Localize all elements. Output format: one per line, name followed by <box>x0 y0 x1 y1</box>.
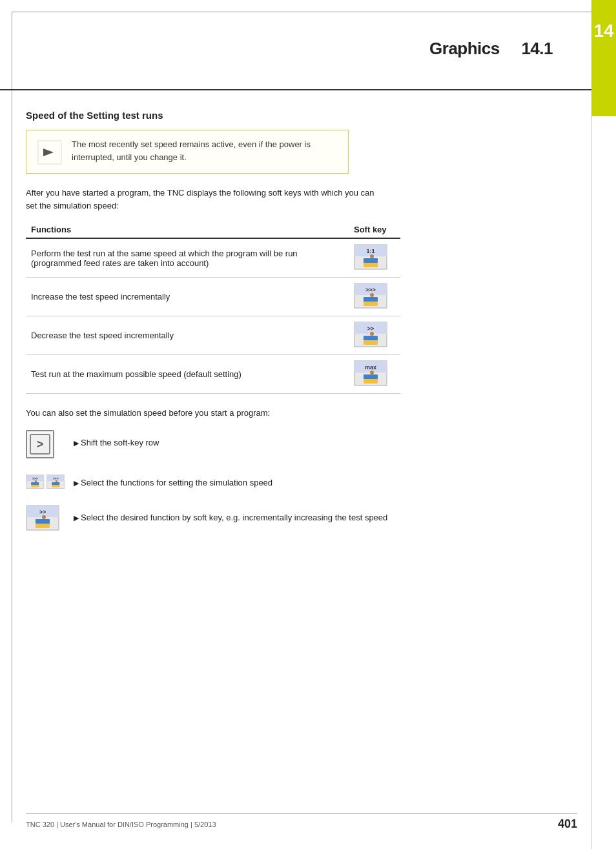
svg-text:>>: >> <box>39 509 46 515</box>
svg-point-7 <box>370 254 374 258</box>
table-row: Perform the test run at the same speed a… <box>26 238 400 278</box>
svg-text:>>>: >>> <box>52 477 58 480</box>
step1-icon-area: > <box>26 430 65 458</box>
row3-description: Decrease the test speed incrementally <box>26 316 349 355</box>
step-row-3: >> Select the desired function by soft k… <box>26 505 577 533</box>
header-title: Graphics 14.1 <box>429 39 553 59</box>
svg-rect-44 <box>36 519 50 524</box>
svg-text:>>>: >>> <box>365 287 376 293</box>
step3-icon-area: >> <box>26 505 65 533</box>
svg-rect-18 <box>364 336 378 340</box>
row2-description: Increase the test speed incrementally <box>26 278 349 316</box>
header-section-number: 14.1 <box>521 39 553 58</box>
svg-rect-6 <box>364 258 378 263</box>
row4-softkey: max <box>349 355 400 394</box>
step-row-2: >>> >>> Select the f <box>26 470 577 493</box>
step2-icon-area: >>> >>> <box>26 470 65 493</box>
svg-text:max: max <box>365 364 376 371</box>
svg-point-25 <box>370 371 374 374</box>
svg-text:>: > <box>37 438 44 451</box>
softkey-1-1-icon: 1:1 <box>354 244 387 270</box>
row2-softkey: >>> <box>349 278 400 316</box>
svg-rect-12 <box>364 297 378 302</box>
row1-softkey: 1:1 <box>349 238 400 278</box>
row3-softkey: >> <box>349 316 400 355</box>
svg-text:1:1: 1:1 <box>366 248 375 254</box>
note-arrow-icon <box>37 139 63 165</box>
svg-rect-32 <box>31 483 39 486</box>
main-content: Speed of the Setting test runs The most … <box>26 90 577 544</box>
table-row: Increase the test speed incrementally >>… <box>26 278 400 316</box>
steps-intro-text: You can also set the simulation speed be… <box>26 407 387 420</box>
table-row: Decrease the test speed incrementally >> <box>26 316 400 355</box>
chapter-number: 14 <box>591 12 616 50</box>
svg-text:>>>: >>> <box>32 477 38 480</box>
svg-rect-38 <box>52 483 59 486</box>
table-row: Test run at the maximum possible speed (… <box>26 355 400 394</box>
col-functions-header: Functions <box>26 221 349 238</box>
row4-description: Test run at the maximum possible speed (… <box>26 355 349 394</box>
svg-point-13 <box>370 293 374 297</box>
svg-rect-24 <box>364 374 378 379</box>
row1-description: Perform the test run at the same speed a… <box>26 238 349 278</box>
footer: TNC 320 | User's Manual for DIN/ISO Prog… <box>26 813 577 831</box>
svg-text:>>: >> <box>367 325 375 332</box>
svg-point-19 <box>370 332 374 336</box>
section-title: Speed of the Setting test runs <box>26 110 577 121</box>
step2-text: Select the functions for setting the sim… <box>74 470 272 489</box>
note-text: The most recently set speed remains acti… <box>72 138 338 163</box>
step2-icons: >>> >>> <box>26 470 65 493</box>
intro-text: After you have started a program, the TN… <box>26 187 387 212</box>
step-row-1: > Shift the soft-key row <box>26 430 577 458</box>
step1-icon: > <box>26 430 54 458</box>
softkey-decrease-icon: >> <box>354 322 387 347</box>
svg-point-45 <box>42 515 46 519</box>
step1-text: Shift the soft-key row <box>74 430 159 449</box>
steps-section: > Shift the soft-key row >>> <box>26 430 577 533</box>
corner-line-left <box>12 12 12 822</box>
note-box: The most recently set speed remains acti… <box>26 130 349 174</box>
header-area: Graphics 14.1 <box>0 0 591 90</box>
softkey-max-icon: max <box>354 360 387 386</box>
svg-marker-1 <box>43 148 54 156</box>
footer-page-number: 401 <box>558 817 577 831</box>
svg-point-39 <box>55 480 57 482</box>
header-chapter-title: Graphics <box>429 39 500 58</box>
functions-table: Functions Soft key Perform the test run … <box>26 221 400 394</box>
step3-text: Select the desired function by soft key,… <box>74 505 387 524</box>
softkey-increase-icon: >>> <box>354 283 387 309</box>
footer-left-text: TNC 320 | User's Manual for DIN/ISO Prog… <box>26 821 216 828</box>
svg-point-33 <box>35 480 37 482</box>
sidebar-tab: 14 <box>591 0 616 849</box>
col-softkey-header: Soft key <box>349 221 400 238</box>
